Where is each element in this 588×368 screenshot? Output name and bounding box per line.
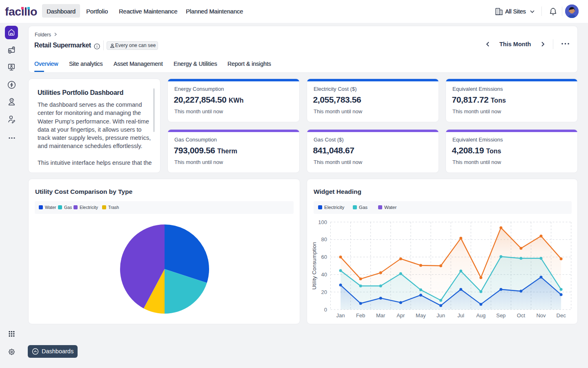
svg-text:Nov: Nov	[536, 312, 546, 319]
svg-text:Aug: Aug	[476, 312, 486, 319]
svg-text:Jun: Jun	[437, 312, 445, 319]
svg-text:Mar: Mar	[376, 312, 385, 319]
svg-text:0: 0	[324, 307, 327, 313]
svg-text:20: 20	[321, 289, 327, 295]
svg-text:60: 60	[321, 254, 327, 260]
svg-text:Dec: Dec	[557, 312, 566, 319]
svg-text:Oct: Oct	[517, 312, 526, 319]
svg-text:Sep: Sep	[496, 312, 506, 319]
svg-text:40: 40	[321, 272, 327, 278]
svg-text:100: 100	[318, 219, 327, 225]
svg-text:Feb: Feb	[356, 312, 365, 319]
svg-text:Apr: Apr	[396, 312, 405, 319]
svg-text:May: May	[416, 312, 426, 319]
svg-text:Utility Consumption: Utility Consumption	[311, 242, 317, 289]
svg-text:80: 80	[321, 236, 327, 242]
svg-text:Jul: Jul	[457, 312, 464, 319]
svg-text:Jan: Jan	[336, 312, 345, 319]
